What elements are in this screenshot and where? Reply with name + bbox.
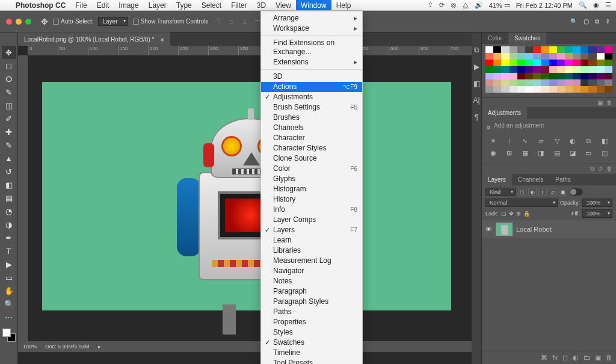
spotlight-icon[interactable]: 🔍 [579,1,587,9]
menu-item-brush-settings[interactable]: Brush SettingsF5 [261,102,362,113]
swatch[interactable] [597,46,605,53]
swatch[interactable] [549,60,557,66]
menu-item-layer-comps[interactable]: Layer Comps [261,215,362,225]
menu-item-notes[interactable]: Notes [261,276,362,286]
menu-item-libraries[interactable]: Libraries [261,245,362,256]
swatch[interactable] [565,66,573,73]
swatch[interactable] [493,60,501,66]
new-layer-icon[interactable]: ▣ [595,354,601,362]
filter-pixel-icon[interactable]: ▢ [518,188,526,196]
arrange-docs-icon[interactable]: ⧉ [595,18,599,25]
swatch[interactable] [588,60,596,66]
siri-icon[interactable]: ◉ [593,1,599,9]
crop-tool[interactable]: ◫ [2,99,16,112]
swatch[interactable] [510,79,517,86]
zoom-window-button[interactable] [25,19,31,25]
exposure-icon[interactable]: ▱ [534,136,547,146]
tab-color[interactable]: Color [482,32,508,44]
lasso-tool[interactable]: ⵔ [2,72,16,85]
swatch[interactable] [525,86,533,93]
swatch[interactable] [557,79,565,86]
menu-item-learn[interactable]: Learn [261,235,362,245]
layer-row[interactable]: 👁 Local Robot [482,220,616,238]
wifi-icon[interactable]: ⧋ [463,1,469,9]
menu-filter[interactable]: Filter [226,0,252,10]
tab-layers[interactable]: Layers [482,174,512,185]
menu-help[interactable]: Help [331,0,356,10]
swatch[interactable] [581,73,588,79]
swatch[interactable] [588,79,596,86]
tab-channels[interactable]: Channels [512,174,549,185]
eyedropper-tool[interactable]: ✐ [2,112,16,125]
history-brush-tool[interactable]: ↺ [2,165,16,178]
swatch[interactable] [533,79,541,86]
swatch[interactable] [605,46,612,53]
swatch[interactable] [525,79,533,86]
swatch[interactable] [549,73,557,79]
swatch[interactable] [510,46,517,53]
swatch[interactable] [493,53,501,60]
menu-item-channels[interactable]: Channels [261,123,362,133]
swatch[interactable] [525,46,533,53]
swatch[interactable] [485,79,493,86]
quick-select-tool[interactable]: ✎ [2,85,16,99]
clock[interactable]: Fri Feb 2 12:40 PM [516,2,573,9]
swatch[interactable] [541,46,549,53]
link-layers-icon[interactable]: ⌘ [541,354,547,362]
swatch[interactable] [533,46,541,53]
menu-item-swatches[interactable]: Swatches [261,338,362,348]
delete-layer-icon[interactable]: 🗑 [606,354,612,362]
swatch[interactable] [517,86,525,93]
swatch[interactable] [541,53,549,60]
hue-sat-icon[interactable]: ◐ [566,136,579,146]
swatch[interactable] [525,66,533,73]
reset-icon[interactable]: ↺ [598,165,603,173]
tab-swatches[interactable]: Swatches [508,32,546,44]
lock-pixels-icon[interactable]: ▢ [501,211,507,217]
adjustment-preset-icon[interactable]: ⧈ [487,124,490,131]
swatch[interactable] [565,46,573,53]
menu-item-color[interactable]: ColorF6 [261,164,362,174]
menu-item-navigator[interactable]: Navigator [261,266,362,276]
menu-item-tool-presets[interactable]: Tool Presets [261,358,362,364]
sync-icon[interactable]: ⟳ [439,1,445,9]
edit-toolbar[interactable]: ⋯ [2,310,16,324]
circle-icon[interactable]: ◎ [451,1,457,9]
swatch[interactable] [573,86,581,93]
swatch[interactable] [581,79,588,86]
swatch[interactable] [573,66,581,73]
doc-size[interactable]: Doc: 5.93M/5.93M [45,344,90,350]
swatch[interactable] [549,66,557,73]
swatch[interactable] [565,53,573,60]
swatch[interactable] [565,86,573,93]
swatch[interactable] [510,73,517,79]
opacity-field[interactable]: 100% [582,199,612,207]
hand-tool[interactable]: ✋ [2,284,16,297]
fill-field[interactable]: 100% [582,209,612,218]
swatch[interactable] [565,73,573,79]
layer-name[interactable]: Local Robot [516,226,552,233]
menu-item-extensions[interactable]: Extensions [261,57,362,67]
path-select-tool[interactable]: ▶ [2,258,16,271]
foreground-color[interactable] [2,329,11,337]
tab-adjustments[interactable]: Adjustments [482,107,527,119]
zoom-level[interactable]: 100% [23,344,37,350]
align-top-icon[interactable]: ⊤ [213,16,224,27]
paragraph-panel-icon[interactable]: ¶ [475,113,478,122]
gradient-tool[interactable]: ▤ [2,191,16,205]
swatch[interactable] [605,66,612,73]
layer-mask-icon[interactable]: ◻ [562,354,568,362]
swatch[interactable] [485,60,493,66]
vibrance-icon[interactable]: ▽ [550,136,564,146]
menu-window[interactable]: Window [296,0,331,10]
swatch[interactable] [573,53,581,60]
swatch[interactable] [501,53,509,60]
swatch[interactable] [501,46,509,53]
menu-layer[interactable]: Layer [144,0,171,10]
swatch[interactable] [517,60,525,66]
clone-tool[interactable]: ▲ [2,152,16,165]
swatch[interactable] [597,73,605,79]
swatch[interactable] [493,79,501,86]
swatch[interactable] [605,73,612,79]
menu-view[interactable]: View [271,0,296,10]
